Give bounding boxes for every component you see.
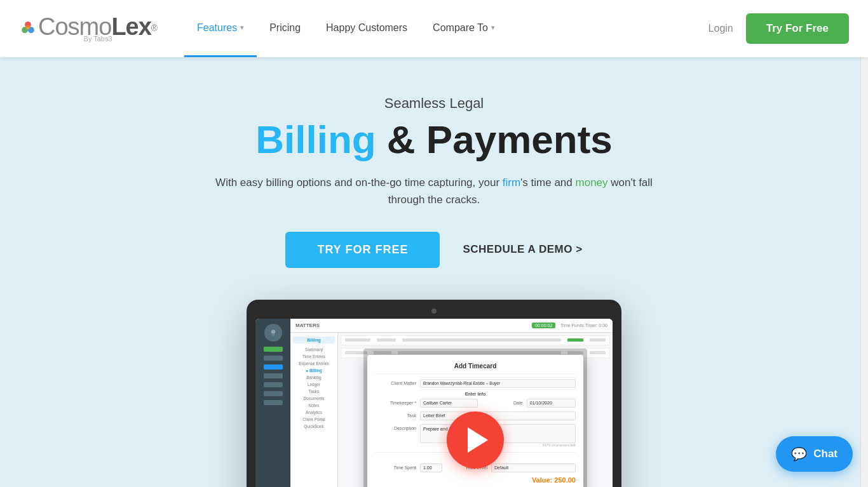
nav-banking: Banking	[293, 374, 335, 381]
modal-date-label: Date	[482, 401, 523, 405]
chevron-down-icon-2: ▾	[491, 23, 495, 32]
login-button[interactable]: Login	[709, 23, 733, 34]
svg-point-4	[271, 330, 275, 333]
try-for-free-button[interactable]: Try For Free	[746, 13, 849, 44]
nav-quickbook: QuickBook	[293, 423, 335, 430]
screen-matters-label: MATTERS	[295, 323, 320, 328]
modal-description-label: Description	[375, 424, 416, 430]
screen-table-row-1	[341, 335, 610, 345]
modal-timekeeper-field: Caliban Carter	[420, 399, 478, 408]
nav-analytics: Analytics	[293, 409, 335, 416]
modal-task-label: Task	[375, 413, 416, 418]
chat-icon: 💬	[791, 446, 807, 462]
modal-client-matter-label: Client Matter	[375, 381, 416, 385]
laptop-frame: MATTERS 00:00:02 Time Funds Timer: 0:00 …	[247, 300, 621, 487]
hero-title: Billing & Payments	[13, 118, 855, 161]
screen-content: MATTERS 00:00:02 Time Funds Timer: 0:00 …	[255, 319, 613, 487]
screen-timer: 00:00:02	[532, 323, 555, 328]
logo[interactable]: CosmoLex® By Tabs3	[19, 15, 159, 43]
video-mockup: MATTERS 00:00:02 Time Funds Timer: 0:00 …	[247, 300, 621, 487]
screen-nav-panel: Billing Summary Time Entries Expense Ent…	[290, 333, 338, 487]
modal-rate-field: Default	[491, 464, 576, 472]
svg-point-5	[271, 333, 275, 336]
nav-notes: Notes	[293, 402, 335, 409]
hero-section: Seamless Legal Billing & Payments With e…	[0, 57, 868, 487]
laptop-screen: MATTERS 00:00:02 Time Funds Timer: 0:00 …	[255, 319, 613, 487]
video-play-button[interactable]	[447, 411, 504, 469]
screen-sidebar	[255, 319, 290, 487]
svg-point-3	[26, 25, 31, 30]
screen-main-content: Add Timecard Client Matter Brandon Wawrz…	[338, 333, 613, 487]
screen-topbar: MATTERS 00:00:02 Time Funds Timer: 0:00	[290, 319, 613, 333]
scrollbar[interactable]	[860, 0, 868, 487]
chat-bubble[interactable]: 💬 Chat	[776, 436, 853, 472]
modal-task-field: Letter Brief	[420, 411, 576, 420]
screen-main-area: MATTERS 00:00:02 Time Funds Timer: 0:00 …	[290, 319, 613, 487]
modal-enter-info: Enter Info	[375, 392, 576, 396]
laptop-camera	[431, 309, 437, 314]
nav-documents: Documents	[293, 395, 335, 402]
nav-expense: Expense Entries	[293, 360, 335, 367]
nav-item-happy-customers[interactable]: Happy Customers	[313, 0, 420, 57]
schedule-demo-link[interactable]: SCHEDULE A DEMO >	[463, 243, 582, 256]
nav-ledger: Ledger	[293, 381, 335, 388]
cosmolex-logo-icon	[19, 18, 37, 36]
screen-balance: Time Funds Timer: 0:00	[560, 323, 607, 328]
nav-links: Features ▾ Pricing Happy Customers Compa…	[184, 0, 709, 57]
chevron-down-icon: ▾	[240, 23, 244, 32]
modal-timekeeper-label: Timekeeper *	[375, 401, 416, 405]
nav-right: Login Try For Free	[709, 13, 849, 44]
modal-date-field: 01/10/2020	[527, 399, 576, 408]
nav-item-pricing[interactable]: Pricing	[257, 0, 313, 57]
screen-body: Billing Summary Time Entries Expense Ent…	[290, 333, 613, 487]
hero-money: money	[576, 177, 608, 189]
nav-time: Time Entries	[293, 353, 335, 360]
play-triangle-icon	[468, 427, 488, 453]
nav-billing-active: ● Billing	[293, 367, 335, 374]
modal-timekeeper-row: Timekeeper * Caliban Carter Date 01/10/2…	[375, 399, 576, 408]
modal-value-display: Value: 250.00	[375, 476, 576, 484]
modal-client-matter-row: Client Matter Brandon Wawrzyniak-Real Es…	[375, 379, 576, 388]
nav-item-compare-to[interactable]: Compare To ▾	[420, 0, 508, 57]
nav-tasks: Tasks	[293, 388, 335, 395]
nav-summary: Summary	[293, 346, 335, 353]
logo-reg: ®	[151, 23, 158, 33]
hero-actions: TRY FOR FREE SCHEDULE A DEMO >	[13, 232, 855, 268]
nav-item-features[interactable]: Features ▾	[184, 0, 257, 57]
hero-firm: firm	[503, 177, 520, 189]
modal-time-spent-label: Time Spent	[375, 465, 416, 470]
hero-seamless-text: Seamless Legal	[13, 95, 855, 112]
hero-description: With easy billing options and on-the-go …	[212, 174, 656, 208]
hero-title-connector: & Payments	[376, 117, 613, 161]
logo-lex: Lex	[111, 13, 151, 40]
hero-title-billing: Billing	[255, 117, 376, 161]
modal-title: Add Timecard	[375, 363, 576, 374]
modal-time-spent-field: 1.00	[420, 464, 442, 472]
screen-active-tab: Billing	[293, 337, 335, 344]
modal-client-matter-field: Brandon Wawrzyniak-Real Estate – Buyer	[420, 379, 576, 388]
nav-client-portal: Client Portal	[293, 416, 335, 423]
hero-try-free-button[interactable]: TRY FOR FREE	[285, 232, 440, 268]
navbar: CosmoLex® By Tabs3 Features ▾ Pricing Ha…	[0, 0, 868, 57]
chat-label: Chat	[813, 448, 837, 460]
